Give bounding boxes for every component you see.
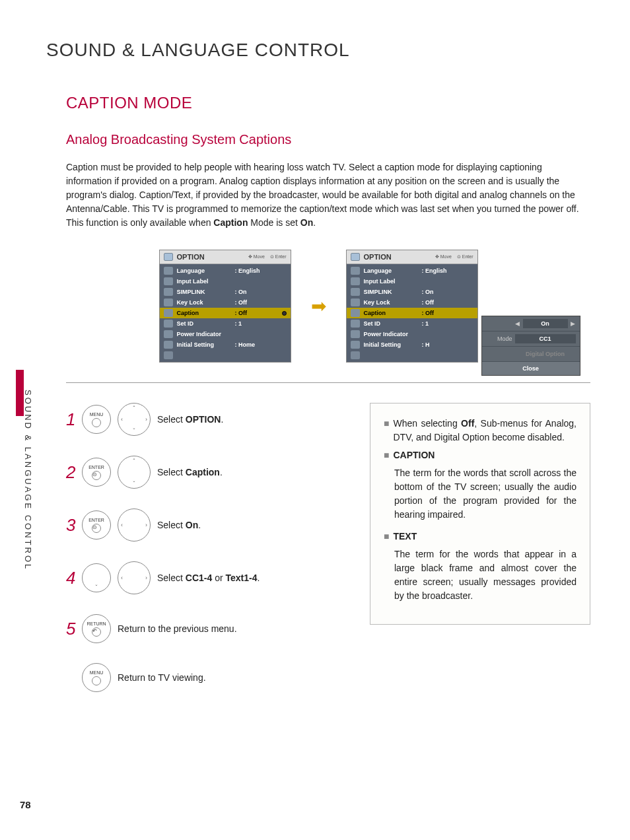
option-icon (164, 253, 173, 261)
side-label: SOUND & LANGUAGE CONTROL (23, 390, 33, 571)
step-2: 2 ENTER⊙ ˆˇ Select Caption. (66, 456, 343, 489)
caption-popup: ◀On▶ ModeCC1 Digital Option Close (481, 316, 580, 376)
osd-panel-right: OPTION ✥ Move⊙ Enter Language: English I… (346, 250, 478, 363)
menu-button: MENU (82, 405, 111, 434)
enter-button: ENTER⊙ (82, 458, 111, 487)
section-title: CAPTION MODE (66, 94, 590, 112)
step-1: 1 MENU ˆˇ‹› Select OPTION. (66, 403, 343, 436)
dpad-icon: ‹› (118, 508, 151, 542)
menu-button: MENU (82, 663, 111, 692)
popup-close: Close (482, 362, 580, 375)
dpad-icon: ‹› (118, 561, 151, 594)
osd-screenshots: OPTION ✥ Move⊙ Enter Language: English I… (66, 250, 571, 363)
page-number: 78 (20, 799, 31, 810)
option-icon (351, 253, 360, 261)
dpad-icon: ˆˇ‹› (118, 403, 151, 436)
step-4: 4 ˇ ‹› Select CC1-4 or Text1-4. (66, 561, 343, 594)
step-menu: MENU Return to TV viewing. (66, 663, 343, 692)
subsection-title: Analog Broadcasting System Captions (66, 132, 590, 147)
steps-list: 1 MENU ˆˇ‹› Select OPTION. 2 ENTER⊙ ˆˇ S… (66, 403, 343, 712)
enter-button: ENTER⊙ (82, 510, 111, 540)
osd-panel-left: OPTION ✥ Move⊙ Enter Language: English I… (159, 250, 291, 363)
osd-title: OPTION (177, 253, 205, 261)
step-3: 3 ENTER⊙ ‹› Select On. (66, 508, 343, 542)
divider (66, 382, 590, 383)
intro-paragraph: Caption must be provided to help people … (66, 160, 584, 230)
osd-panel-right-wrap: OPTION ✥ Move⊙ Enter Language: English I… (346, 250, 478, 363)
page-title: SOUND & LANGUAGE CONTROL (46, 40, 590, 61)
step-5: 5 RETURN↶ Return to the previous menu. (66, 614, 343, 643)
info-box: ■When selecting Off, Sub-menus for Analo… (370, 403, 590, 625)
arrow-right-icon: ➡ (311, 295, 326, 317)
dpad-icon: ˇ (82, 563, 111, 592)
return-button: RETURN↶ (82, 614, 111, 643)
dpad-icon: ˆˇ (118, 456, 151, 489)
